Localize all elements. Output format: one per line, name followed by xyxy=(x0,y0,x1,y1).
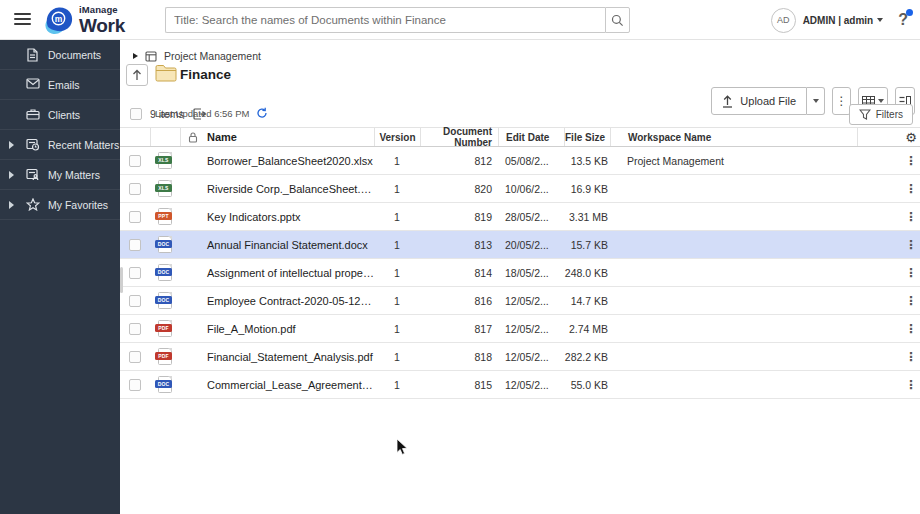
document-name[interactable]: Assignment of intellectual property righ… xyxy=(204,267,374,279)
select-all-checkbox[interactable] xyxy=(130,108,142,120)
document-edit-date: 12/05/2... xyxy=(498,351,564,363)
sidebar-item-documents[interactable]: Documents xyxy=(0,40,120,70)
search-icon xyxy=(611,14,624,27)
search-input[interactable] xyxy=(165,7,605,33)
user-menu[interactable]: ADMIN | admin xyxy=(803,15,884,26)
header-filetype-cell[interactable] xyxy=(150,128,180,146)
file-type-icon: PDF xyxy=(158,320,172,337)
row-kebab-menu-icon[interactable]: ⋮ xyxy=(905,210,917,224)
document-name[interactable]: Commercial_Lease_Agreement.docx xyxy=(204,379,374,391)
sidebar-item-label: Emails xyxy=(48,79,80,91)
row-checkbox[interactable] xyxy=(129,351,141,363)
table-row[interactable]: DOC Annual Financial Statement.docx 1 81… xyxy=(120,231,920,259)
document-file-size: 16.9 KB xyxy=(564,183,610,195)
table-row[interactable]: DOC Commercial_Lease_Agreement.docx 1 81… xyxy=(120,371,920,399)
document-name[interactable]: Key Indicators.pptx xyxy=(204,211,374,223)
breadcrumb-workspace-link[interactable]: Project Management xyxy=(164,50,261,62)
table-row[interactable]: XLS Riverside Corp._BalanceSheet.xlsx 1 … xyxy=(120,175,920,203)
document-edit-date: 12/05/2... xyxy=(498,295,564,307)
row-checkbox[interactable] xyxy=(129,155,141,167)
table-header: Name Version Document Number Edit Date F… xyxy=(120,128,920,147)
row-checkbox[interactable] xyxy=(129,183,141,195)
document-name[interactable]: File_A_Motion.pdf xyxy=(204,323,374,335)
folder-icon xyxy=(155,64,177,82)
row-checkbox[interactable] xyxy=(129,267,141,279)
top-bar: m iManage Work AD ADMIN | admin ? xyxy=(0,0,920,40)
document-name[interactable]: Employee Contract-2020-05-12.docx xyxy=(204,295,374,307)
header-lock-cell[interactable] xyxy=(180,128,204,146)
workspace-icon xyxy=(145,51,157,62)
export-icon[interactable] xyxy=(193,108,206,120)
document-name[interactable]: Annual Financial Statement.docx xyxy=(204,239,374,251)
scrollbar-thumb[interactable] xyxy=(120,267,123,293)
hamburger-menu-icon[interactable] xyxy=(14,13,31,26)
breadcrumb-caret-icon[interactable] xyxy=(133,53,138,59)
document-number: 819 xyxy=(420,211,498,223)
row-kebab-menu-icon[interactable]: ⋮ xyxy=(905,378,917,392)
row-kebab-menu-icon[interactable]: ⋮ xyxy=(905,294,917,308)
column-settings-gear-icon[interactable]: ⚙ xyxy=(905,130,917,145)
brand-wordmark: iManage Work xyxy=(79,5,125,35)
row-kebab-menu-icon[interactable]: ⋮ xyxy=(905,350,917,364)
sidebar-item-recent-matters[interactable]: Recent Matters xyxy=(0,130,120,160)
sidebar-item-emails[interactable]: Emails xyxy=(0,70,120,100)
file-type-icon: PDF xyxy=(158,348,172,365)
document-number: 818 xyxy=(420,351,498,363)
recent-matter-icon xyxy=(26,138,40,152)
sidebar-item-my-matters[interactable]: My Matters xyxy=(0,160,120,190)
document-file-size: 282.2 KB xyxy=(564,351,610,363)
column-header-edit-date[interactable]: Edit Date xyxy=(498,128,564,146)
row-kebab-menu-icon[interactable]: ⋮ xyxy=(905,154,917,168)
row-checkbox[interactable] xyxy=(129,211,141,223)
document-file-size: 13.5 KB xyxy=(564,155,610,167)
table-row[interactable]: PDF File_A_Motion.pdf 1 817 12/05/2... 2… xyxy=(120,315,920,343)
row-kebab-menu-icon[interactable]: ⋮ xyxy=(905,182,917,196)
document-number: 820 xyxy=(420,183,498,195)
document-file-size: 14.7 KB xyxy=(564,295,610,307)
row-checkbox[interactable] xyxy=(129,295,141,307)
table-row[interactable]: DOC Assignment of intellectual property … xyxy=(120,259,920,287)
chevron-down-icon xyxy=(877,18,883,22)
user-area: AD ADMIN | admin ? xyxy=(771,0,908,40)
row-checkbox[interactable] xyxy=(129,239,141,251)
document-version: 1 xyxy=(374,295,420,307)
table-row[interactable]: XLS Borrower_BalanceSheet2020.xlsx 1 812… xyxy=(120,147,920,175)
sidebar-item-my-favorites[interactable]: My Favorites xyxy=(0,190,120,220)
row-kebab-menu-icon[interactable]: ⋮ xyxy=(905,238,917,252)
sidebar-item-clients[interactable]: Clients xyxy=(0,100,120,130)
column-header-workspace-name[interactable]: Workspace Name xyxy=(610,128,857,146)
document-name[interactable]: Riverside Corp._BalanceSheet.xlsx xyxy=(204,183,374,195)
table-row[interactable]: PPT Key Indicators.pptx 1 819 28/05/2...… xyxy=(120,203,920,231)
document-name[interactable]: Borrower_BalanceSheet2020.xlsx xyxy=(204,155,374,167)
document-edit-date: 20/05/2... xyxy=(498,239,564,251)
row-kebab-menu-icon[interactable]: ⋮ xyxy=(905,266,917,280)
file-type-icon: DOC xyxy=(158,236,172,253)
document-file-size: 248.0 KB xyxy=(564,267,610,279)
expand-arrow-icon[interactable] xyxy=(9,171,14,179)
expand-arrow-icon[interactable] xyxy=(9,201,14,209)
items-count: 9 items xyxy=(150,108,184,120)
avatar[interactable]: AD xyxy=(771,8,796,33)
file-type-badge: PPT xyxy=(155,212,172,220)
row-checkbox[interactable] xyxy=(129,323,141,335)
expand-arrow-icon[interactable] xyxy=(9,141,14,149)
file-type-badge: DOC xyxy=(155,296,172,304)
table-row[interactable]: PDF Financial_Statement_Analysis.pdf 1 8… xyxy=(120,343,920,371)
help-button[interactable]: ? xyxy=(898,11,908,29)
search-button[interactable] xyxy=(605,7,630,33)
file-type-badge: XLS xyxy=(155,156,172,164)
column-header-file-size[interactable]: File Size xyxy=(564,128,610,146)
sidebar-item-label: Documents xyxy=(48,49,101,61)
arrow-up-icon xyxy=(132,69,142,81)
table-row[interactable]: DOC Employee Contract-2020-05-12.docx 1 … xyxy=(120,287,920,315)
navigate-up-button[interactable] xyxy=(126,64,148,86)
column-header-version[interactable]: Version xyxy=(374,128,420,146)
row-kebab-menu-icon[interactable]: ⋮ xyxy=(905,322,917,336)
filters-button[interactable]: Filters xyxy=(849,104,913,125)
row-checkbox[interactable] xyxy=(129,379,141,391)
column-header-document-number[interactable]: Document Number xyxy=(420,128,498,146)
document-name[interactable]: Financial_Statement_Analysis.pdf xyxy=(204,351,374,363)
file-type-icon: DOC xyxy=(158,264,172,281)
column-header-name[interactable]: Name xyxy=(204,131,374,143)
filters-label: Filters xyxy=(876,109,903,120)
